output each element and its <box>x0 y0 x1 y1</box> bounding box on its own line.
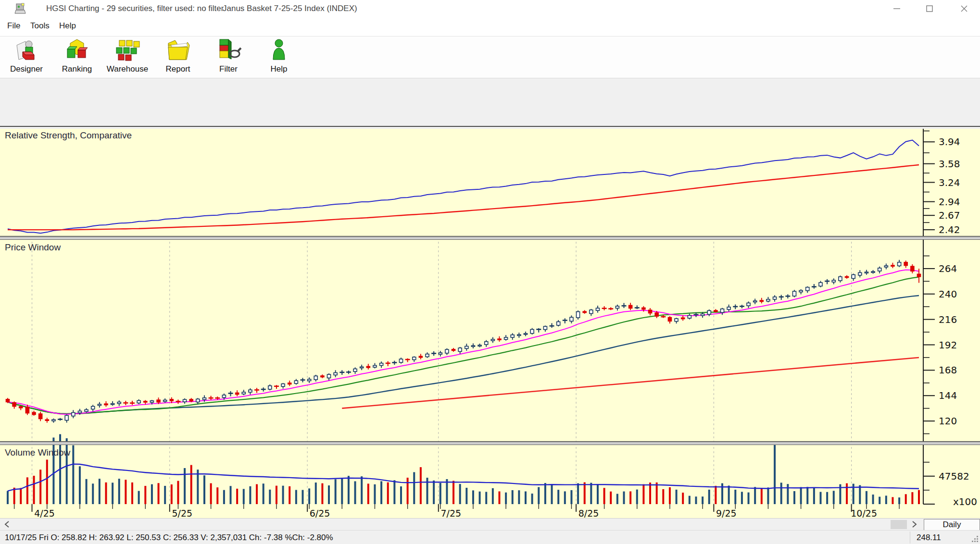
status-bar: 10/17/25 Fri O: 258.82 H: 263.92 L: 250.… <box>0 530 980 544</box>
candle-body <box>6 399 10 402</box>
report-button[interactable]: Report <box>153 38 203 77</box>
panel-splitter[interactable] <box>0 441 980 445</box>
maximize-button[interactable] <box>915 0 944 17</box>
candle-body <box>445 349 449 353</box>
scrollbar-thumb[interactable] <box>891 520 907 529</box>
candle-body <box>655 313 658 316</box>
candle-body <box>891 265 894 266</box>
candle-body <box>852 275 855 279</box>
candle-body <box>898 262 901 266</box>
ranking-button[interactable]: Ranking <box>52 38 102 77</box>
candle-body <box>19 407 23 408</box>
candle-body <box>334 373 337 375</box>
candle-body <box>530 329 534 333</box>
candle-body <box>766 299 770 301</box>
menu-help[interactable]: Help <box>59 21 76 31</box>
filter-label: Filter <box>203 64 253 74</box>
axis-label: 2.67 <box>939 210 960 221</box>
menu-tools[interactable]: Tools <box>30 21 50 31</box>
candle-body <box>465 346 468 348</box>
panel-splitter[interactable] <box>0 236 980 240</box>
toolbar: Designer Ranking Warehouse <box>0 37 980 78</box>
candle-body <box>721 309 724 312</box>
title-bar: HGSI Charting - 29 securities, filter us… <box>0 0 980 17</box>
candle-body <box>642 308 645 309</box>
candle-body <box>419 356 422 357</box>
axis-label: 216 <box>939 314 957 325</box>
candle-body <box>754 301 757 302</box>
candle-body <box>491 339 494 341</box>
candle-body <box>314 376 317 380</box>
candle-body <box>498 339 501 340</box>
resize-grip[interactable] <box>972 536 979 543</box>
axis-label: 3.58 <box>939 158 960 170</box>
candle-body <box>858 272 862 275</box>
app-icon <box>14 2 27 17</box>
candle-body <box>157 400 160 402</box>
axis-label: 47582 <box>939 470 969 482</box>
designer-label: Designer <box>1 64 51 74</box>
candle-body <box>104 404 108 405</box>
panel-bg-1 <box>0 240 980 441</box>
chart-canvas[interactable]: 3.943.583.242.942.672.422642402161921681… <box>0 127 980 519</box>
candle-body <box>681 318 685 319</box>
candle-body <box>170 399 173 401</box>
candle-body <box>517 334 521 335</box>
axis-label: 10/25 <box>851 508 877 519</box>
period-daily-button[interactable]: Daily <box>924 519 980 531</box>
candle-body <box>832 280 835 282</box>
scroll-right-icon[interactable] <box>909 519 920 529</box>
candle-body <box>98 404 101 405</box>
candle-body <box>52 420 55 421</box>
axis-label: 3.24 <box>939 177 960 188</box>
candle-body <box>281 384 285 386</box>
scroll-left-icon[interactable] <box>1 519 13 529</box>
candle-body <box>884 266 888 267</box>
filter-button[interactable]: Filter <box>203 38 253 77</box>
candle-body <box>308 379 311 381</box>
axis-label: 2.42 <box>939 224 960 235</box>
axis-label: x100 <box>953 496 977 507</box>
candle-body <box>236 393 239 394</box>
candle-body <box>675 319 678 321</box>
candle-body <box>249 390 252 392</box>
candle-body <box>183 399 187 402</box>
candle-body <box>327 374 331 378</box>
candle-body <box>137 401 140 403</box>
candle-body <box>577 312 580 318</box>
axis-label: 7/25 <box>440 508 461 519</box>
help-button[interactable]: Help <box>254 38 304 77</box>
axis-label: 6/25 <box>310 508 330 519</box>
candle-body <box>242 392 245 394</box>
close-button[interactable] <box>950 0 979 17</box>
candle-body <box>707 310 711 314</box>
minimize-button[interactable] <box>882 0 911 17</box>
candle-body <box>649 310 652 313</box>
warehouse-button[interactable]: Warehouse <box>102 38 152 77</box>
candle-body <box>144 401 147 402</box>
navigation-row: Janus Basket 7-25-25 ˅ Janus Basket 7-25… <box>0 78 980 102</box>
candle-body <box>25 407 29 413</box>
candle-body <box>78 411 81 413</box>
horizontal-scrollbar[interactable]: Daily <box>0 518 980 530</box>
ohlc-status-text: 10/17/25 Fri O: 258.82 H: 263.92 L: 250.… <box>5 533 333 543</box>
axis-label: 5/25 <box>172 508 192 519</box>
candle-body <box>871 272 875 272</box>
axis-label: 120 <box>939 415 957 427</box>
candle-body <box>596 308 599 310</box>
chart-area[interactable]: 3.943.583.242.942.672.422642402161921681… <box>0 126 980 518</box>
panel-bg-0 <box>0 129 980 236</box>
candle-body <box>865 272 868 273</box>
designer-button[interactable]: Designer <box>1 38 51 77</box>
candle-body <box>13 403 16 407</box>
candle-body <box>202 398 206 400</box>
candle-body <box>366 366 370 368</box>
rs-panel-title: Relative Strength, Comparative <box>5 130 132 141</box>
candle-body <box>904 262 907 266</box>
axis-label: 264 <box>939 263 957 274</box>
candle-body <box>799 290 803 292</box>
candle-body <box>773 297 777 299</box>
menu-file[interactable]: File <box>7 21 20 31</box>
candle-body <box>478 345 481 346</box>
candle-body <box>373 365 377 367</box>
